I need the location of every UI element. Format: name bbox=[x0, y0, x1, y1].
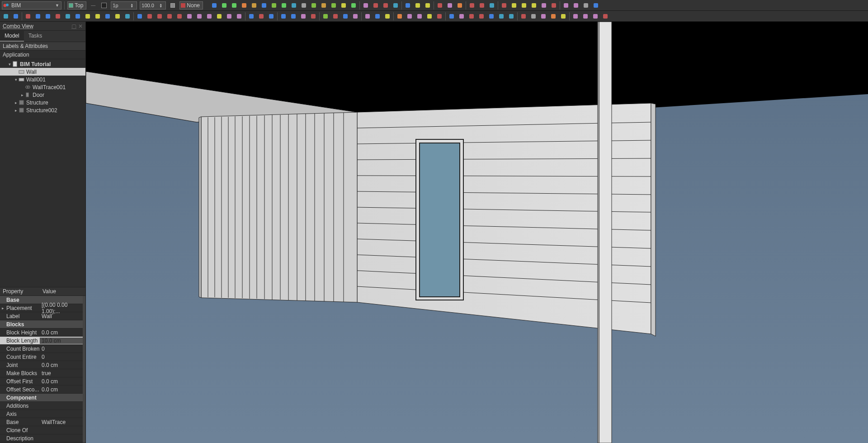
window-button[interactable] bbox=[257, 12, 265, 20]
circle-button[interactable] bbox=[54, 12, 62, 20]
prop-group-blocks[interactable]: Blocks bbox=[0, 320, 85, 329]
panel-button[interactable] bbox=[591, 12, 599, 20]
point-button[interactable] bbox=[205, 12, 213, 20]
spreadsheet-button[interactable] bbox=[456, 1, 464, 10]
up-down-button[interactable] bbox=[510, 1, 518, 10]
level-button[interactable] bbox=[363, 12, 372, 20]
tree-item-wall001[interactable]: ▾Wall001 bbox=[0, 76, 85, 83]
snap-mid-button[interactable] bbox=[230, 1, 238, 10]
color-swatch-button[interactable] bbox=[169, 1, 177, 10]
snap-parallel-button[interactable] bbox=[290, 1, 298, 10]
prop-group-component[interactable]: Component bbox=[0, 394, 85, 402]
offset-button[interactable] bbox=[165, 12, 174, 20]
snap-wp-button[interactable] bbox=[340, 1, 348, 10]
column-button[interactable] bbox=[309, 12, 317, 20]
move2-button[interactable] bbox=[539, 12, 547, 20]
box-button[interactable] bbox=[392, 1, 400, 10]
right-button[interactable] bbox=[458, 12, 466, 20]
grid-lg-button[interactable] bbox=[530, 1, 538, 10]
sphere-button[interactable] bbox=[550, 1, 558, 10]
prop-block-height[interactable]: Block Height0.0 cm bbox=[0, 329, 85, 337]
open-button[interactable] bbox=[12, 12, 20, 20]
wall-button[interactable] bbox=[247, 12, 255, 20]
prop-placement[interactable]: ▸Placement[(0.00 0.00 1.00);... bbox=[0, 304, 85, 312]
prop-clone-of[interactable]: Clone Of bbox=[0, 426, 85, 434]
prop-joint[interactable]: Joint0.0 cm bbox=[0, 361, 85, 369]
fwd-button[interactable] bbox=[497, 12, 505, 20]
leader-button[interactable] bbox=[435, 12, 443, 20]
spinner-icon[interactable]: ▲▼ bbox=[159, 3, 162, 8]
polygon-button[interactable] bbox=[94, 12, 102, 20]
tree-item-walltrace001[interactable]: WallTrace001 bbox=[0, 83, 85, 91]
bspline-button[interactable] bbox=[113, 12, 122, 20]
tree-item-door[interactable]: ▸Door bbox=[0, 91, 85, 99]
snap-dim-button[interactable] bbox=[349, 1, 358, 10]
beam-button[interactable] bbox=[289, 12, 297, 20]
tree-item-structure002[interactable]: ▸Structure002 bbox=[0, 106, 85, 114]
snap-perp-button[interactable] bbox=[270, 1, 278, 10]
snap-angle-button[interactable] bbox=[250, 1, 258, 10]
snap-intersect-button[interactable] bbox=[260, 1, 268, 10]
mirror-button[interactable] bbox=[156, 12, 164, 20]
ellipse-button[interactable] bbox=[84, 12, 92, 20]
snap-center-button[interactable] bbox=[240, 1, 248, 10]
tree-caret-icon[interactable]: ▾ bbox=[14, 77, 18, 82]
prop-make-blocks[interactable]: Make Blockstrue bbox=[0, 369, 85, 377]
trimex-button[interactable] bbox=[175, 12, 184, 20]
style-picker-button[interactable]: — bbox=[89, 1, 97, 10]
array-button[interactable] bbox=[185, 12, 193, 20]
move-button[interactable] bbox=[136, 12, 144, 20]
dim-ang-button[interactable] bbox=[425, 12, 434, 20]
prop-additions[interactable]: Additions bbox=[0, 402, 85, 410]
grid-sm-button[interactable] bbox=[520, 1, 528, 10]
prop-axis[interactable]: Axis bbox=[0, 410, 85, 418]
prop-count-entire[interactable]: Count Entire0 bbox=[0, 353, 85, 361]
snap-ext-button[interactable] bbox=[280, 1, 288, 10]
ext-button[interactable] bbox=[507, 12, 515, 20]
bez-button[interactable] bbox=[123, 12, 132, 20]
tree-caret-icon[interactable]: ▾ bbox=[7, 62, 12, 67]
rect-button[interactable] bbox=[104, 12, 112, 20]
beam2-button[interactable] bbox=[299, 12, 307, 20]
arc3-button[interactable] bbox=[74, 12, 82, 20]
tree-item-structure[interactable]: ▸Structure bbox=[0, 99, 85, 106]
prop-description[interactable]: Description bbox=[0, 434, 85, 443]
3d-viewport[interactable] bbox=[86, 22, 868, 443]
reload-button[interactable] bbox=[467, 12, 476, 20]
door-button[interactable] bbox=[267, 12, 275, 20]
prop-block-length[interactable]: Block Length10.0 cm bbox=[0, 337, 85, 345]
tree-caret-icon[interactable]: ▸ bbox=[20, 93, 24, 97]
db-button[interactable] bbox=[582, 1, 590, 10]
minus-button[interactable] bbox=[581, 12, 590, 20]
tree-caret-icon[interactable]: ▸ bbox=[14, 100, 18, 105]
star-button[interactable] bbox=[592, 1, 600, 10]
spinner-icon[interactable]: ▲▼ bbox=[130, 3, 133, 8]
line-width-field[interactable]: ▲▼ bbox=[111, 1, 137, 10]
check2-button[interactable] bbox=[601, 12, 609, 20]
globe-button[interactable] bbox=[540, 1, 548, 10]
shape2d-button[interactable] bbox=[215, 12, 223, 20]
section-button[interactable] bbox=[383, 12, 392, 20]
stairs-button[interactable] bbox=[331, 12, 340, 20]
clone-button[interactable] bbox=[235, 12, 243, 20]
remove-button[interactable] bbox=[519, 12, 528, 20]
axis-button[interactable] bbox=[373, 12, 382, 20]
scale-field[interactable]: ▲▼ bbox=[140, 1, 166, 10]
tab-model[interactable]: Model bbox=[0, 31, 24, 42]
prop-label[interactable]: LabelWall bbox=[0, 312, 85, 320]
sketch-button[interactable] bbox=[24, 12, 32, 20]
plus2-button[interactable] bbox=[571, 12, 580, 20]
plus-button[interactable] bbox=[448, 12, 456, 20]
paint-button[interactable] bbox=[572, 1, 580, 10]
line-button[interactable] bbox=[34, 12, 42, 20]
hatch-r-button[interactable] bbox=[414, 1, 422, 10]
rebar-button[interactable] bbox=[351, 12, 359, 20]
revert-button[interactable] bbox=[500, 1, 508, 10]
snap-end-button[interactable] bbox=[220, 1, 228, 10]
style-group-selector[interactable]: None bbox=[179, 1, 203, 10]
cut-plane-button[interactable] bbox=[321, 12, 330, 20]
wire-button[interactable] bbox=[44, 12, 52, 20]
arc-button[interactable] bbox=[64, 12, 72, 20]
back-button[interactable] bbox=[487, 12, 495, 20]
pipe-button[interactable] bbox=[341, 12, 349, 20]
